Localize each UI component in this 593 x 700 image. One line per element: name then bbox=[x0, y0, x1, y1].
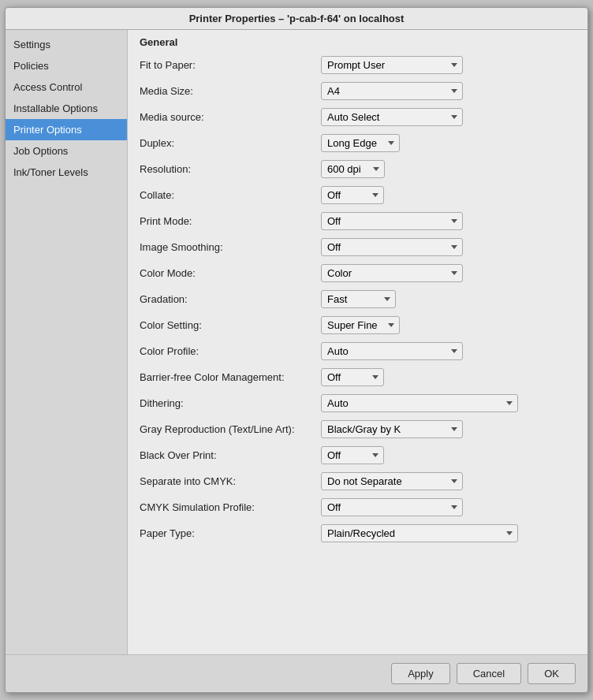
form-row-image-smoothing: Image Smoothing:OffOn bbox=[140, 234, 576, 260]
control-color-mode: ColorGrayscaleBlack and White bbox=[321, 264, 463, 282]
label-paper-type: Paper Type: bbox=[140, 527, 321, 539]
control-gray-reproduction: Black/Gray by KComposite BlackComposite … bbox=[321, 420, 463, 438]
control-collate: OffOn bbox=[321, 186, 384, 204]
sidebar: SettingsPoliciesAccess ControlInstallabl… bbox=[6, 30, 128, 654]
label-color-profile: Color Profile: bbox=[140, 345, 321, 357]
control-barrier-free-color: OffOn bbox=[321, 368, 384, 386]
select-duplex[interactable]: Long EdgeShort EdgeNone bbox=[321, 134, 400, 152]
control-black-over-print: OffOn bbox=[321, 446, 384, 464]
label-gray-reproduction: Gray Reproduction (Text/Line Art): bbox=[140, 423, 321, 435]
section-title: General bbox=[128, 30, 587, 52]
label-black-over-print: Black Over Print: bbox=[140, 449, 321, 461]
select-dithering[interactable]: AutoNoneFine bbox=[321, 394, 518, 412]
control-gradation: FastFineSuper Fine bbox=[321, 290, 396, 308]
sidebar-item-job-options[interactable]: Job Options bbox=[6, 140, 127, 162]
label-media-source: Media source: bbox=[140, 111, 321, 123]
form-row-gray-reproduction: Gray Reproduction (Text/Line Art):Black/… bbox=[140, 416, 576, 442]
sidebar-item-installable-options[interactable]: Installable Options bbox=[6, 98, 127, 119]
form-row-paper-type: Paper Type:Plain/RecycledGlossyHeavy bbox=[140, 520, 576, 546]
form-row-resolution: Resolution:600 dpi300 dpi1200 dpi bbox=[140, 156, 576, 182]
select-collate[interactable]: OffOn bbox=[321, 186, 384, 204]
sidebar-item-policies[interactable]: Policies bbox=[6, 55, 127, 76]
sidebar-item-printer-options[interactable]: Printer Options bbox=[6, 119, 127, 140]
label-dithering: Dithering: bbox=[140, 397, 321, 409]
form-row-barrier-free-color: Barrier-free Color Management:OffOn bbox=[140, 364, 576, 390]
select-black-over-print[interactable]: OffOn bbox=[321, 446, 384, 464]
label-fit-to-paper: Fit to Paper: bbox=[140, 59, 321, 71]
label-barrier-free-color: Barrier-free Color Management: bbox=[140, 371, 321, 383]
control-separate-cmyk: Do not SeparateSeparate bbox=[321, 472, 463, 490]
form-row-black-over-print: Black Over Print:OffOn bbox=[140, 442, 576, 468]
select-gray-reproduction[interactable]: Black/Gray by KComposite BlackComposite … bbox=[321, 420, 463, 438]
label-resolution: Resolution: bbox=[140, 163, 321, 175]
control-image-smoothing: OffOn bbox=[321, 238, 463, 256]
select-color-setting[interactable]: Super FineFineStandard bbox=[321, 316, 400, 334]
form-row-print-mode: Print Mode:OffOnAuto bbox=[140, 208, 576, 234]
form-row-gradation: Gradation:FastFineSuper Fine bbox=[140, 286, 576, 312]
cancel-button[interactable]: Cancel bbox=[457, 663, 521, 684]
form-row-collate: Collate:OffOn bbox=[140, 182, 576, 208]
control-duplex: Long EdgeShort EdgeNone bbox=[321, 134, 400, 152]
control-cmyk-simulation: OffJapan Color 2001US Web Coated bbox=[321, 498, 463, 516]
settings-scroll-area[interactable]: Fit to Paper:Prompt UserAutoNoneMedia Si… bbox=[128, 52, 587, 654]
form-row-media-size: Media Size:A4LetterA3Legal bbox=[140, 78, 576, 104]
control-color-profile: AutosRGBAdobeRGB bbox=[321, 342, 463, 360]
control-color-setting: Super FineFineStandard bbox=[321, 316, 400, 334]
select-separate-cmyk[interactable]: Do not SeparateSeparate bbox=[321, 472, 463, 490]
select-image-smoothing[interactable]: OffOn bbox=[321, 238, 463, 256]
label-color-mode: Color Mode: bbox=[140, 267, 321, 279]
ok-button[interactable]: OK bbox=[528, 663, 576, 684]
select-color-profile[interactable]: AutosRGBAdobeRGB bbox=[321, 342, 463, 360]
sidebar-item-settings[interactable]: Settings bbox=[6, 34, 127, 55]
select-fit-to-paper[interactable]: Prompt UserAutoNone bbox=[321, 56, 463, 74]
select-cmyk-simulation[interactable]: OffJapan Color 2001US Web Coated bbox=[321, 498, 463, 516]
form-row-media-source: Media source:Auto SelectTray 1Tray 2 bbox=[140, 104, 576, 130]
select-media-size[interactable]: A4LetterA3Legal bbox=[321, 82, 463, 100]
main-panel: General Fit to Paper:Prompt UserAutoNone… bbox=[128, 30, 587, 654]
control-paper-type: Plain/RecycledGlossyHeavy bbox=[321, 524, 518, 542]
control-print-mode: OffOnAuto bbox=[321, 212, 463, 230]
form-row-cmyk-simulation: CMYK Simulation Profile:OffJapan Color 2… bbox=[140, 494, 576, 520]
content-area: SettingsPoliciesAccess ControlInstallabl… bbox=[6, 30, 587, 654]
sidebar-item-ink-toner-levels[interactable]: Ink/Toner Levels bbox=[6, 162, 127, 183]
label-color-setting: Color Setting: bbox=[140, 319, 321, 331]
form-row-color-mode: Color Mode:ColorGrayscaleBlack and White bbox=[140, 260, 576, 286]
form-row-color-profile: Color Profile:AutosRGBAdobeRGB bbox=[140, 338, 576, 364]
label-media-size: Media Size: bbox=[140, 85, 321, 97]
printer-properties-window: Printer Properties – 'p-cab-f-64' on loc… bbox=[5, 7, 588, 693]
label-image-smoothing: Image Smoothing: bbox=[140, 241, 321, 253]
control-dithering: AutoNoneFine bbox=[321, 394, 518, 412]
control-media-source: Auto SelectTray 1Tray 2 bbox=[321, 108, 463, 126]
form-row-separate-cmyk: Separate into CMYK:Do not SeparateSepara… bbox=[140, 468, 576, 494]
select-barrier-free-color[interactable]: OffOn bbox=[321, 368, 384, 386]
control-fit-to-paper: Prompt UserAutoNone bbox=[321, 56, 463, 74]
form-row-duplex: Duplex:Long EdgeShort EdgeNone bbox=[140, 130, 576, 156]
select-gradation[interactable]: FastFineSuper Fine bbox=[321, 290, 396, 308]
form-row-color-setting: Color Setting:Super FineFineStandard bbox=[140, 312, 576, 338]
label-gradation: Gradation: bbox=[140, 293, 321, 305]
select-color-mode[interactable]: ColorGrayscaleBlack and White bbox=[321, 264, 463, 282]
select-resolution[interactable]: 600 dpi300 dpi1200 dpi bbox=[321, 160, 385, 178]
select-media-source[interactable]: Auto SelectTray 1Tray 2 bbox=[321, 108, 463, 126]
label-collate: Collate: bbox=[140, 189, 321, 201]
label-print-mode: Print Mode: bbox=[140, 215, 321, 227]
window-title: Printer Properties – 'p-cab-f-64' on loc… bbox=[189, 13, 405, 24]
apply-button[interactable]: Apply bbox=[391, 663, 450, 684]
label-separate-cmyk: Separate into CMYK: bbox=[140, 475, 321, 487]
select-print-mode[interactable]: OffOnAuto bbox=[321, 212, 463, 230]
footer: Apply Cancel OK bbox=[6, 654, 587, 692]
control-resolution: 600 dpi300 dpi1200 dpi bbox=[321, 160, 385, 178]
title-bar: Printer Properties – 'p-cab-f-64' on loc… bbox=[6, 8, 587, 30]
control-media-size: A4LetterA3Legal bbox=[321, 82, 463, 100]
form-row-fit-to-paper: Fit to Paper:Prompt UserAutoNone bbox=[140, 52, 576, 78]
sidebar-item-access-control[interactable]: Access Control bbox=[6, 76, 127, 98]
label-duplex: Duplex: bbox=[140, 137, 321, 149]
select-paper-type[interactable]: Plain/RecycledGlossyHeavy bbox=[321, 524, 518, 542]
label-cmyk-simulation: CMYK Simulation Profile: bbox=[140, 501, 321, 513]
form-row-dithering: Dithering:AutoNoneFine bbox=[140, 390, 576, 416]
